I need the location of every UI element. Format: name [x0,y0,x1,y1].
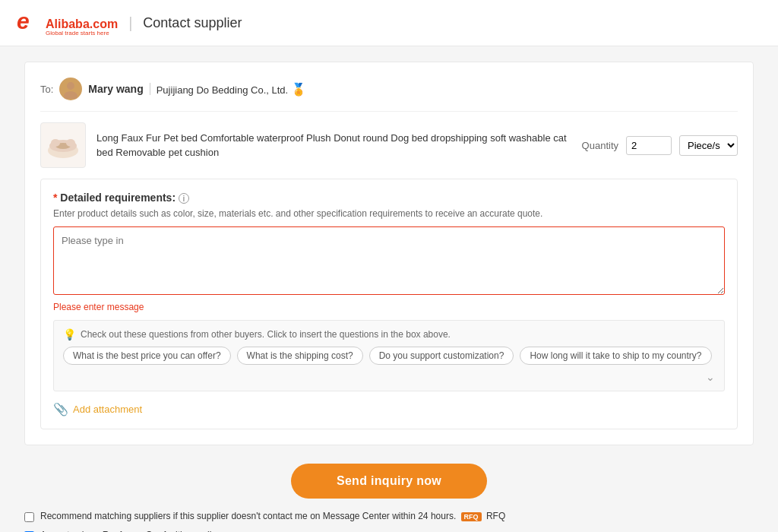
suggestions-header: 💡 Check out these questions from other b… [63,328,715,340]
logo: e Alibaba.com Global trade starts here [15,9,118,36]
svg-point-2 [67,82,74,90]
required-asterisk: * [53,192,60,204]
question-chips: What is the best price you can offer? Wh… [63,347,715,383]
product-image [44,126,82,164]
to-row: To: Mary wang Pujijiang Do Bedding Co., … [40,78,738,112]
requirements-title: * Detailed requirements: i [53,192,725,204]
svg-point-7 [51,139,60,147]
product-thumbnail [40,122,86,168]
name-divider [150,83,150,95]
recommend-checkbox[interactable] [24,512,34,522]
page-header: e Alibaba.com Global trade starts here |… [0,0,778,46]
send-btn-container: Send inquiry now [24,464,754,499]
requirements-textarea[interactable] [53,226,725,295]
bulb-icon: 💡 [63,328,76,340]
question-chip-2[interactable]: What is the shipping cost? [237,347,363,365]
company-name: Pujijiang Do Bedding Co., Ltd. 🏅 [157,82,306,97]
svg-point-3 [64,91,77,99]
recommend-label: Recommend matching suppliers if this sup… [40,511,505,521]
info-icon[interactable]: i [179,193,189,204]
contact-card: To: Mary wang Pujijiang Do Bedding Co., … [24,62,754,445]
question-chip-4[interactable]: How long will it take to ship to my coun… [520,347,711,365]
gold-badge: 🏅 [291,83,306,96]
product-description: Long Faux Fur Pet bed Comfortable waterp… [96,131,571,160]
to-label: To: [40,84,53,95]
quantity-section: Quantity Piece/s Sets Pairs [582,135,738,156]
attachment-label: Add attachment [73,404,142,415]
recommend-checkbox-row: Recommend matching suppliers if this sup… [24,511,754,522]
svg-point-8 [66,139,75,147]
requirements-section: * Detailed requirements: i Enter product… [40,179,738,429]
attachment-row[interactable]: 📎 Add attachment [53,402,725,416]
rfq-badge: RFQ [461,512,482,521]
requirements-hint: Enter product details such as color, siz… [53,208,725,219]
quantity-label: Quantity [582,140,618,151]
avatar-icon [61,79,81,99]
page-title: Contact supplier [143,15,242,31]
product-row: Long Faux Fur Pet bed Comfortable waterp… [40,122,738,168]
avatar [59,78,82,100]
alibaba-logo-icon: e [15,9,46,36]
svg-text:e: e [17,9,30,33]
question-chip-3[interactable]: Do you support customization? [369,347,514,365]
contact-name: Mary wang [88,83,143,95]
unit-select[interactable]: Piece/s Sets Pairs [679,135,738,156]
quantity-input[interactable] [626,136,672,155]
send-inquiry-button[interactable]: Send inquiry now [291,464,487,499]
paperclip-icon: 📎 [53,402,68,416]
more-questions-icon[interactable]: ⌄ [706,371,715,383]
suggestions-box: 💡 Check out these questions from other b… [53,320,725,391]
question-chip-1[interactable]: What is the best price you can offer? [63,347,231,365]
main-content: To: Mary wang Pujijiang Do Bedding Co., … [9,62,769,532]
error-message: Please enter message [53,302,725,312]
